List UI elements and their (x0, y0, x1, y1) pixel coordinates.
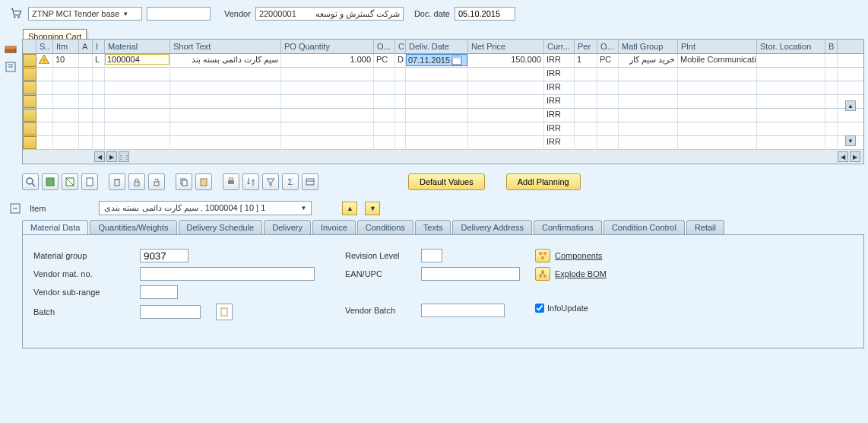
unlock-button[interactable] (148, 173, 165, 190)
table-row[interactable]: IRR (23, 136, 863, 150)
copy-button[interactable] (176, 173, 192, 190)
col-stor-loc[interactable]: Stor. Location (757, 40, 825, 53)
col-c[interactable]: C (395, 40, 406, 53)
col-itm[interactable]: Itm (53, 40, 79, 53)
scroll-left-button-2[interactable]: ◀ (838, 151, 848, 162)
svg-rect-24 (228, 180, 234, 184)
tab-invoice[interactable]: Invoice (312, 220, 356, 234)
chevron-down-icon: ▼ (122, 11, 128, 17)
col-po-qty[interactable]: PO Quantity (281, 40, 374, 53)
filter-button[interactable] (262, 173, 279, 190)
col-status[interactable]: S.. (36, 40, 53, 53)
col-opu[interactable]: O... (597, 40, 619, 53)
cell-curr: IRR (544, 81, 575, 94)
tab-retail[interactable]: Retail (686, 220, 724, 234)
scroll-left-button[interactable]: ◀ (94, 151, 105, 162)
find-button[interactable] (22, 173, 39, 190)
prev-item-button[interactable]: ▲ (342, 202, 357, 215)
explode-bom-link[interactable]: Explode BOM (535, 267, 607, 281)
tab-conditions[interactable]: Conditions (357, 220, 413, 234)
select-all-button[interactable] (42, 173, 59, 190)
expand-all-icon[interactable] (4, 60, 17, 74)
components-link[interactable]: Components (535, 249, 602, 262)
toolbox-icon[interactable] (4, 42, 17, 56)
addl-planning-button[interactable]: Addl Planning (506, 173, 581, 190)
vendor-mat-input[interactable] (140, 267, 315, 281)
paste-button[interactable] (195, 173, 212, 190)
row-selector[interactable] (23, 68, 36, 81)
row-selector[interactable] (23, 136, 36, 149)
display-button[interactable] (81, 173, 98, 190)
col-a[interactable]: A (79, 40, 93, 53)
table-row[interactable]: IRR (23, 68, 863, 81)
lock-button[interactable] (128, 173, 145, 190)
col-per[interactable]: Per (575, 40, 597, 53)
column-config-button[interactable]: ⋮⋮ (119, 151, 129, 162)
col-curr[interactable]: Curr... (544, 40, 575, 53)
batch-input[interactable] (140, 305, 201, 319)
tab-confirmations[interactable]: Confirmations (534, 220, 602, 234)
svg-text:!: ! (43, 57, 45, 64)
svg-rect-34 (541, 256, 544, 259)
col-i[interactable]: I (93, 40, 105, 53)
scroll-down-button[interactable]: ▼ (845, 135, 856, 146)
info-update-checkbox[interactable] (535, 304, 544, 313)
revision-input[interactable] (421, 249, 442, 262)
print-button[interactable] (223, 173, 239, 190)
row-selector[interactable] (23, 95, 36, 108)
col-short-text[interactable]: Short Text (170, 40, 281, 53)
vendor-batch-input[interactable] (421, 304, 505, 317)
tab-quantities-weights[interactable]: Quantities/Weights (90, 220, 176, 234)
table-row[interactable]: IRR (23, 109, 863, 122)
col-plnt[interactable]: Plnt (678, 40, 757, 53)
col-oun[interactable]: O... (374, 40, 395, 53)
deselect-all-button[interactable] (62, 173, 78, 190)
vendor-sub-input[interactable] (140, 285, 178, 299)
row-selector[interactable] (23, 122, 36, 135)
scroll-up-button[interactable]: ▲ (845, 100, 856, 111)
batch-details-button[interactable] (216, 304, 233, 320)
col-net-price[interactable]: Net Price (468, 40, 544, 53)
doc-date-input[interactable] (455, 7, 515, 21)
tab-texts[interactable]: Texts (415, 220, 451, 234)
row-selector[interactable] (23, 54, 36, 67)
cell-deliv-date[interactable]: 07.11.2015 (406, 54, 467, 66)
col-material[interactable]: Material (105, 40, 170, 53)
sum-button[interactable]: Σ (282, 173, 299, 190)
item-collapse-icon[interactable] (8, 202, 22, 215)
tab-delivery-schedule[interactable]: Delivery Schedule (179, 220, 263, 234)
vendor-input[interactable]: شرکت گسترش و توسعه 22000001 (255, 7, 404, 21)
scroll-right-button[interactable]: ▶ (106, 151, 117, 162)
item-dropdown[interactable]: 1 [ 10 ] 1000004 , سیم کارت دائمی بسته ب… (99, 201, 312, 215)
delete-button[interactable] (109, 173, 125, 190)
table-row[interactable]: IRR (23, 122, 863, 136)
info-update-label: InfoUpdate (547, 304, 588, 313)
row-selector[interactable] (23, 81, 36, 94)
cell-material[interactable]: 1000004 (105, 54, 169, 65)
cell-plnt: Mobile Communicati (678, 54, 757, 67)
svg-rect-20 (154, 182, 159, 186)
next-item-button[interactable]: ▼ (365, 202, 380, 215)
tab-delivery[interactable]: Delivery (264, 220, 311, 234)
layout-button[interactable] (302, 173, 318, 190)
material-group-input[interactable] (140, 249, 188, 262)
table-row[interactable]: IRR (23, 95, 863, 109)
col-deliv-date[interactable]: Deliv. Date (406, 40, 468, 53)
row-selector[interactable] (23, 109, 36, 122)
tab-condition-control[interactable]: Condition Control (603, 220, 685, 234)
scroll-right-button-2[interactable]: ▶ (850, 151, 860, 162)
doc-type-dropdown[interactable]: ZTNP MCI Tender base ▼ (28, 7, 142, 21)
tab-material-data[interactable]: Material Data (22, 220, 88, 234)
col-b[interactable]: B (825, 40, 838, 53)
cell-curr: IRR (544, 109, 575, 122)
calendar-icon[interactable] (451, 55, 462, 65)
tab-delivery-address[interactable]: Delivery Address (452, 220, 532, 234)
ean-input[interactable] (421, 267, 520, 281)
default-values-button[interactable]: Default Values (408, 173, 485, 190)
col-matl-group[interactable]: Matl Group (619, 40, 678, 53)
sort-button[interactable] (242, 173, 259, 190)
doc-type-value-input[interactable] (147, 7, 211, 21)
svg-line-12 (32, 183, 35, 186)
table-row[interactable]: IRR (23, 81, 863, 95)
table-row[interactable]: ! 10 L 1000004 سیم کارت دائمی بسته بند 1… (23, 54, 863, 68)
